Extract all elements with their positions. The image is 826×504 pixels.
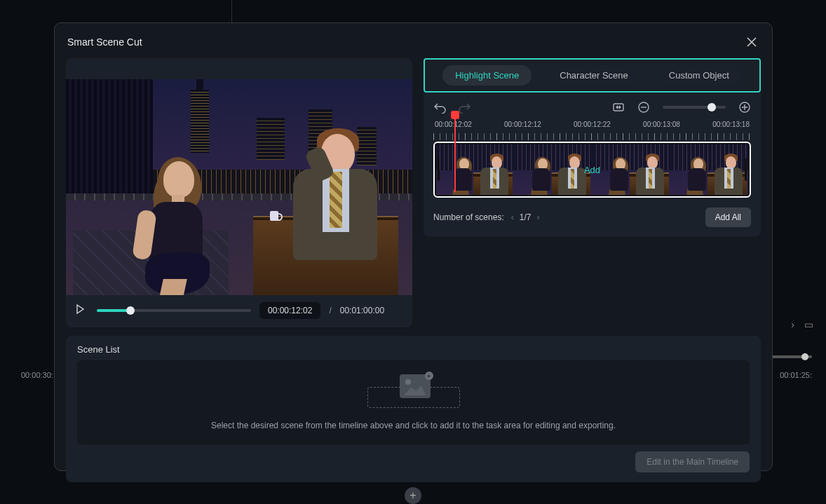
scene-clip[interactable]: Add (433, 142, 751, 198)
total-time: 00:01:00:00 (340, 306, 384, 315)
bg-timecode-left: 00:00:30: (21, 371, 53, 379)
ruler-label: 00:00:13:18 (712, 121, 750, 128)
tab-custom-object[interactable]: Custom Object (656, 65, 742, 86)
seek-slider[interactable] (97, 304, 251, 318)
ruler-label: 00:00:12:12 (504, 121, 541, 128)
scene-list-empty-text: Select the desired scene from the timeli… (211, 421, 616, 430)
play-icon[interactable] (74, 304, 88, 318)
bg-zoom-slider[interactable] (770, 355, 812, 358)
playhead[interactable] (454, 115, 456, 192)
ruler-label: 00:00:12:02 (435, 121, 472, 128)
timeline-ruler[interactable]: 00:00:12:02 00:00:12:12 00:00:12:22 00:0… (433, 121, 751, 140)
zoom-slider[interactable] (663, 106, 726, 109)
zoom-out-icon[interactable] (637, 101, 650, 114)
empty-scene-icon: + (367, 374, 460, 408)
scene-list-title: Scene List (77, 344, 750, 355)
pager-value: 1/7 (520, 212, 532, 222)
scene-pager: ‹ 1/7 › (511, 212, 540, 222)
thumb-frame (436, 144, 514, 195)
time-separator: / (329, 306, 331, 315)
tab-highlight-scene[interactable]: Highlight Scene (442, 65, 532, 86)
current-time: 00:00:12:02 (259, 302, 320, 319)
pager-next-icon[interactable]: › (536, 212, 539, 222)
preview-panel: 00:00:12:02 / 00:01:00:00 (66, 58, 412, 327)
bg-timecode-right: 00:01:25: (780, 371, 812, 379)
thumb-frame (670, 144, 748, 195)
zoom-in-icon[interactable] (738, 101, 751, 114)
scene-list-panel: Scene List + Select the desired scene fr… (66, 336, 761, 482)
undo-icon[interactable] (433, 101, 446, 114)
tab-row-highlight-box: Highlight Scene Character Scene Custom O… (424, 58, 761, 93)
thumb-frame (514, 144, 592, 195)
edit-main-timeline-button[interactable]: Edit in the Main Timeline (635, 451, 750, 472)
ruler-label: 00:00:12:22 (574, 121, 611, 128)
clip-area: 00:00:12:02 00:00:12:12 00:00:12:22 00:0… (424, 93, 761, 237)
pager-prev-icon[interactable]: ‹ (511, 212, 514, 222)
scenes-count-label: Number of scenes: (433, 212, 504, 222)
tab-character-scene[interactable]: Character Scene (547, 65, 641, 86)
add-track-button[interactable]: + (405, 487, 421, 504)
scene-tabs: Highlight Scene Character Scene Custom O… (442, 65, 742, 86)
add-all-button[interactable]: Add All (705, 207, 751, 227)
ruler-label: 00:00:13:08 (643, 121, 680, 128)
modal-title: Smart Scene Cut (67, 36, 142, 48)
close-icon[interactable] (744, 34, 759, 50)
fit-icon[interactable] (612, 101, 625, 114)
redo-icon[interactable] (459, 101, 471, 114)
thumb-frame (593, 144, 670, 195)
scene-drop-area[interactable]: + Select the desired scene from the time… (77, 360, 750, 444)
preview-video[interactable] (66, 79, 412, 295)
smart-scene-cut-modal: Smart Scene Cut (54, 22, 773, 471)
